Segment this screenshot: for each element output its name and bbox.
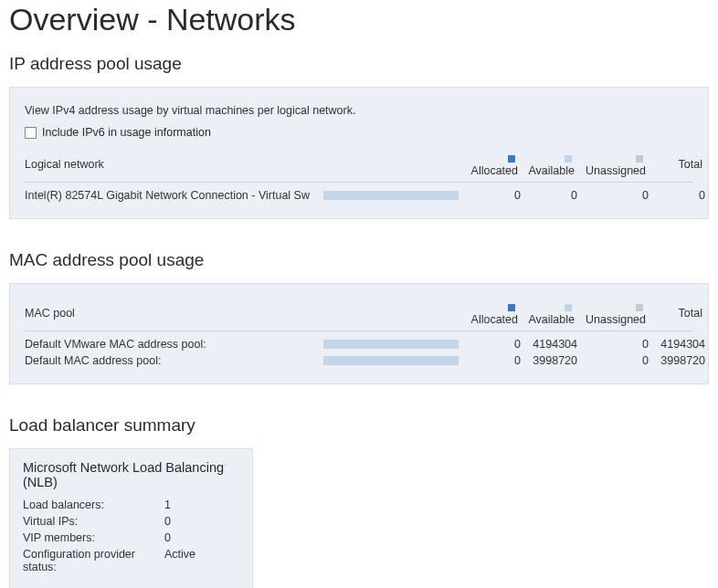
ipv6-checkbox-row[interactable]: Include IPv6 in usage information <box>25 126 693 139</box>
ipv6-checkbox-label: Include IPv6 in usage information <box>42 126 211 139</box>
col-header-unassigned: Unassigned <box>578 152 649 177</box>
table-row[interactable]: Default VMware MAC address pool:04194304… <box>25 336 693 352</box>
table-row[interactable]: Intel(R) 82574L Gigabit Network Connecti… <box>25 187 693 204</box>
row-available: 4194304 <box>524 338 581 351</box>
legend-unassigned-icon <box>636 155 643 163</box>
ipv6-checkbox[interactable] <box>25 127 37 139</box>
load-balancer-section-title: Load balancer summary <box>9 415 709 436</box>
load-balancer-card-title: Microsoft Network Load Balancing (NLB) <box>23 460 239 489</box>
row-allocated: 0 <box>468 189 524 202</box>
legend-unassigned-icon <box>636 304 643 311</box>
row-available: 0 <box>524 189 581 202</box>
col-header-total: Total <box>649 307 702 320</box>
kv-row: Load balancers:1 <box>23 497 239 513</box>
col-header-unassigned: Unassigned <box>578 300 649 326</box>
kv-val: Active <box>164 548 239 573</box>
row-name: Default VMware MAC address pool: <box>25 338 323 351</box>
kv-val: 1 <box>164 499 239 511</box>
ip-pool-description: View IPv4 address usage by virtual machi… <box>25 104 693 117</box>
usage-bar <box>323 356 459 365</box>
col-header-available: Available <box>522 300 578 326</box>
mac-pool-table-header: MAC pool Allocated Available Unassigned … <box>25 300 693 331</box>
col-header-total: Total <box>649 158 702 171</box>
row-total: 3998720 <box>652 354 705 367</box>
row-bar <box>323 340 468 349</box>
row-total: 0 <box>652 189 705 202</box>
ip-pool-section-title: IP address pool usage <box>9 54 709 74</box>
legend-available-icon <box>565 155 572 163</box>
load-balancer-panel: Microsoft Network Load Balancing (NLB) L… <box>9 448 253 588</box>
row-allocated: 0 <box>468 354 524 367</box>
kv-row: Virtual IPs:0 <box>23 513 239 530</box>
kv-row: VIP members:0 <box>23 530 239 546</box>
row-bar <box>323 191 468 200</box>
mac-pool-section-title: MAC address pool usage <box>9 250 709 270</box>
usage-bar <box>323 340 459 349</box>
row-name: Intel(R) 82574L Gigabit Network Connecti… <box>25 189 323 202</box>
col-header-name: MAC pool <box>25 307 323 320</box>
col-header-allocated: Allocated <box>465 300 522 326</box>
kv-val: 0 <box>164 531 239 544</box>
kv-key: VIP members: <box>23 531 164 544</box>
usage-bar <box>323 191 459 200</box>
ip-pool-panel: View IPv4 address usage by virtual machi… <box>9 87 709 219</box>
row-unassigned: 0 <box>581 354 652 367</box>
table-row[interactable]: Default MAC address pool:039987200399872… <box>25 352 693 369</box>
col-header-available: Available <box>522 152 578 177</box>
row-total: 4194304 <box>652 338 705 351</box>
kv-key: Configuration provider status: <box>23 548 164 573</box>
row-allocated: 0 <box>468 338 524 351</box>
kv-key: Load balancers: <box>23 499 164 511</box>
page-title: Overview - Networks <box>9 0 709 54</box>
col-header-allocated: Allocated <box>465 152 522 177</box>
row-available: 3998720 <box>524 354 581 367</box>
row-bar <box>323 356 468 365</box>
mac-pool-panel: MAC pool Allocated Available Unassigned … <box>9 283 709 384</box>
row-unassigned: 0 <box>581 338 652 351</box>
ip-pool-section: IP address pool usage View IPv4 address … <box>9 54 709 219</box>
kv-val: 0 <box>164 515 239 528</box>
legend-available-icon <box>565 304 572 311</box>
kv-row: Configuration provider status:Active <box>23 546 239 575</box>
legend-allocated-icon <box>508 155 515 163</box>
row-name: Default MAC address pool: <box>25 354 323 367</box>
kv-key: Virtual IPs: <box>23 515 164 528</box>
legend-allocated-icon <box>508 304 515 311</box>
mac-pool-section: MAC address pool usage MAC pool Allocate… <box>9 250 709 384</box>
load-balancer-section: Load balancer summary Microsoft Network … <box>9 415 709 588</box>
row-unassigned: 0 <box>581 189 652 202</box>
col-header-name: Logical network <box>25 158 323 171</box>
ip-pool-table-header: Logical network Allocated Available Unas… <box>25 152 693 183</box>
